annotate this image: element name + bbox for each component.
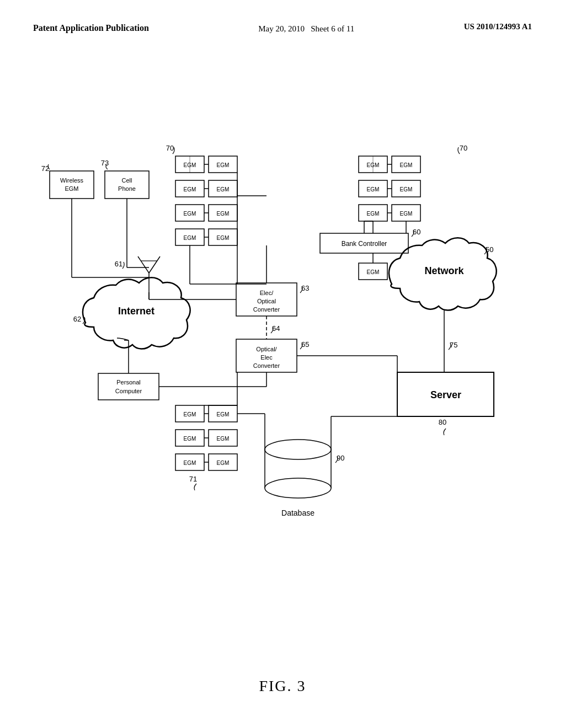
svg-line-58 <box>149 256 160 273</box>
svg-text:EGM: EGM <box>217 186 230 192</box>
svg-text:Cell: Cell <box>122 177 132 184</box>
svg-rect-92 <box>98 373 159 400</box>
svg-text:Wireless: Wireless <box>60 177 84 184</box>
figure-caption: FIG. 3 <box>0 677 565 695</box>
diagram-svg: Wireless EGM 72 Cell Phone 73 70 EGM EGM <box>33 85 532 609</box>
svg-text:Personal: Personal <box>116 379 140 386</box>
publication-title: Patent Application Publication <box>33 22 149 34</box>
svg-text:EGM: EGM <box>367 211 380 217</box>
svg-point-115 <box>265 440 331 459</box>
svg-text:70: 70 <box>166 144 174 152</box>
svg-text:EGM: EGM <box>217 460 230 466</box>
svg-text:EGM: EGM <box>400 211 413 217</box>
svg-text:EGM: EGM <box>217 211 230 217</box>
svg-text:EGM: EGM <box>184 186 196 192</box>
svg-text:EGM: EGM <box>184 460 196 466</box>
svg-text:Bank Controller: Bank Controller <box>342 240 387 248</box>
svg-text:EGM: EGM <box>367 269 380 275</box>
svg-text:Elec: Elec <box>260 354 273 361</box>
svg-text:EGM: EGM <box>400 162 413 168</box>
svg-text:EGM: EGM <box>367 186 380 192</box>
figure-diagram: Wireless EGM 72 Cell Phone 73 70 EGM EGM <box>33 85 532 609</box>
publication-meta: May 20, 2010 Sheet 6 of 11 <box>258 22 354 35</box>
patent-page: Patent Application Publication May 20, 2… <box>0 0 565 728</box>
svg-text:Phone: Phone <box>118 185 136 192</box>
svg-text:EGM: EGM <box>65 185 78 192</box>
page-header: Patent Application Publication May 20, 2… <box>0 0 565 35</box>
svg-text:Network: Network <box>424 265 464 276</box>
svg-text:Computer: Computer <box>115 388 142 394</box>
svg-text:61: 61 <box>115 260 122 268</box>
svg-text:EGM: EGM <box>184 436 196 442</box>
svg-text:Database: Database <box>281 508 315 517</box>
svg-text:Optical/: Optical/ <box>256 346 277 352</box>
svg-text:62: 62 <box>73 315 81 323</box>
svg-text:80: 80 <box>439 418 446 426</box>
svg-rect-2 <box>50 171 94 199</box>
svg-text:EGM: EGM <box>217 162 230 168</box>
svg-text:73: 73 <box>101 159 109 167</box>
svg-text:Elec/: Elec/ <box>260 290 274 296</box>
svg-text:EGM: EGM <box>217 411 230 417</box>
svg-text:Converter: Converter <box>253 362 280 369</box>
svg-text:EGM: EGM <box>217 436 230 442</box>
svg-text:EGM: EGM <box>184 211 196 217</box>
svg-text:71: 71 <box>189 475 197 483</box>
publication-number: US 2010/124993 A1 <box>464 22 532 31</box>
svg-text:Converter: Converter <box>253 306 280 313</box>
svg-text:EGM: EGM <box>400 186 413 192</box>
svg-text:70: 70 <box>460 144 467 152</box>
svg-text:Server: Server <box>430 389 461 400</box>
svg-text:Internet: Internet <box>118 306 154 317</box>
pub-date: May 20, 2010 Sheet 6 of 11 <box>258 24 354 33</box>
svg-rect-6 <box>105 171 149 199</box>
svg-text:EGM: EGM <box>184 235 196 241</box>
svg-text:Optical: Optical <box>257 298 276 304</box>
svg-text:EGM: EGM <box>184 411 196 417</box>
svg-text:EGM: EGM <box>217 235 230 241</box>
svg-line-57 <box>138 256 149 273</box>
